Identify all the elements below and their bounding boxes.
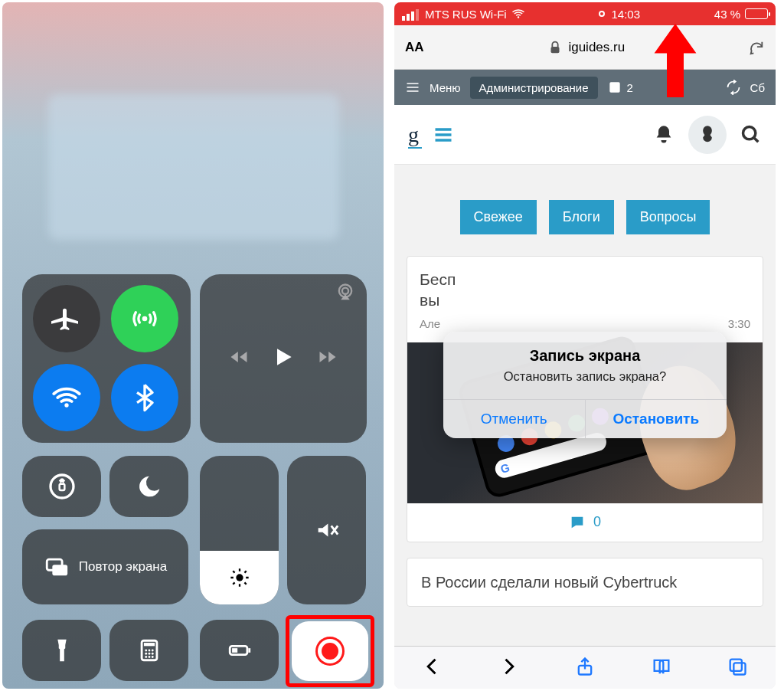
connectivity-module[interactable] <box>22 274 191 443</box>
status-time: 14:03 <box>611 8 640 21</box>
avatar[interactable] <box>688 116 727 154</box>
battery-icon <box>745 8 768 19</box>
svg-point-1 <box>64 403 68 407</box>
orientation-lock-toggle[interactable] <box>22 456 101 517</box>
svg-rect-29 <box>734 663 746 674</box>
carrier-label: MTS RUS Wi-Fi <box>425 8 507 21</box>
svg-point-26 <box>743 126 756 139</box>
svg-point-16 <box>151 653 153 655</box>
tab-blogs[interactable]: Блоги <box>549 200 614 234</box>
bell-icon[interactable] <box>653 124 675 146</box>
sun-icon <box>229 567 250 588</box>
svg-rect-24 <box>551 47 560 53</box>
address-bar[interactable]: AA iguides.ru <box>394 25 776 70</box>
screen-mirror-label: Повтор экрана <box>79 558 167 575</box>
screen-mirror-icon <box>44 554 70 580</box>
notification-badge[interactable]: 2 <box>607 80 633 95</box>
brightness-fill <box>200 551 279 604</box>
svg-point-23 <box>517 16 518 18</box>
svg-point-11 <box>145 650 147 652</box>
record-highlight <box>286 615 374 687</box>
search-icon[interactable] <box>740 124 762 146</box>
hamburger-icon[interactable] <box>405 80 420 95</box>
share-button[interactable] <box>574 656 596 680</box>
airplay-icon[interactable] <box>335 282 356 306</box>
alert-message: Остановить запись экрана? <box>459 369 711 384</box>
category-tabs: Свежее Блоги Вопросы <box>394 165 776 256</box>
svg-point-13 <box>151 650 153 652</box>
svg-point-4 <box>51 475 74 498</box>
screen-record-button[interactable] <box>292 621 368 681</box>
time-label: 3:30 <box>728 317 750 330</box>
svg-point-3 <box>342 288 348 294</box>
svg-rect-25 <box>609 82 619 92</box>
flashlight-button[interactable] <box>22 620 101 681</box>
tab-questions[interactable]: Вопросы <box>626 200 710 234</box>
svg-rect-8 <box>52 565 67 575</box>
svg-point-0 <box>142 316 148 322</box>
forward-icon[interactable] <box>317 346 338 371</box>
bookmarks-button[interactable] <box>651 656 672 680</box>
svg-rect-10 <box>143 643 154 646</box>
article-card-2[interactable]: В России сделали новый Cybertruck <box>407 558 763 607</box>
battery-percent: 43 % <box>714 8 740 21</box>
svg-point-19 <box>151 656 153 658</box>
admin-toolbar: Меню Администрирование 2 Сб <box>394 70 776 105</box>
site-logo[interactable]: g <box>408 123 419 147</box>
dnd-toggle[interactable] <box>109 456 188 517</box>
back-button[interactable] <box>422 656 443 680</box>
svg-point-6 <box>236 574 243 581</box>
svg-point-14 <box>145 653 147 655</box>
alert-stop-button[interactable]: Остановить <box>586 400 727 438</box>
svg-rect-21 <box>248 648 250 653</box>
reset-label[interactable]: Сб <box>750 81 765 94</box>
svg-point-15 <box>148 653 150 655</box>
bluetooth-toggle[interactable] <box>111 364 178 431</box>
refresh-icon[interactable] <box>726 80 741 95</box>
svg-point-12 <box>148 650 150 652</box>
recording-indicator-icon <box>599 11 605 17</box>
tab-fresh[interactable]: Свежее <box>460 200 537 234</box>
record-icon <box>322 643 338 660</box>
menu-icon[interactable] <box>433 124 454 146</box>
airplane-mode-toggle[interactable] <box>33 285 100 352</box>
wifi-icon <box>511 7 525 21</box>
safari-screen: MTS RUS Wi-Fi 14:03 43 % AA iguides.ru М… <box>394 2 776 689</box>
low-power-button[interactable] <box>200 620 279 681</box>
url-label: iguides.ru <box>568 40 625 55</box>
reload-icon[interactable] <box>748 39 765 56</box>
alert-cancel-button[interactable]: Отменить <box>443 400 586 438</box>
cellular-signal-icon <box>402 8 420 21</box>
brightness-slider[interactable] <box>200 456 279 604</box>
svg-point-17 <box>145 656 147 658</box>
screen-mirroring-button[interactable]: Повтор экрана <box>22 529 188 604</box>
author-label: Але <box>420 317 440 330</box>
annotation-arrow-icon <box>653 24 697 100</box>
lock-icon <box>547 39 564 56</box>
site-header: g <box>394 105 776 165</box>
rewind-icon[interactable] <box>228 346 250 371</box>
cellular-data-toggle[interactable] <box>111 285 178 352</box>
comments-link[interactable]: 0 <box>407 503 763 542</box>
stop-recording-alert: Запись экрана Остановить запись экрана? … <box>443 332 727 438</box>
forward-button[interactable] <box>498 656 519 680</box>
tabs-button[interactable] <box>727 656 748 680</box>
reader-button[interactable]: AA <box>405 40 424 55</box>
alert-title: Запись экрана <box>443 347 727 365</box>
calculator-button[interactable] <box>109 620 188 681</box>
wifi-toggle[interactable] <box>33 364 100 431</box>
mute-icon <box>314 517 340 543</box>
media-module[interactable] <box>200 274 367 443</box>
status-bar: MTS RUS Wi-Fi 14:03 43 % <box>394 2 776 25</box>
svg-rect-28 <box>730 659 742 670</box>
control-center-screen: Повтор экрана <box>2 2 384 689</box>
menu-label[interactable]: Меню <box>430 81 461 94</box>
background-card <box>48 94 339 240</box>
svg-rect-5 <box>59 484 64 490</box>
play-icon[interactable] <box>271 345 296 372</box>
safari-toolbar <box>394 646 776 689</box>
svg-rect-22 <box>232 648 237 653</box>
volume-slider[interactable] <box>287 456 366 604</box>
admin-button[interactable]: Администрирование <box>470 77 598 99</box>
svg-point-18 <box>148 656 150 658</box>
